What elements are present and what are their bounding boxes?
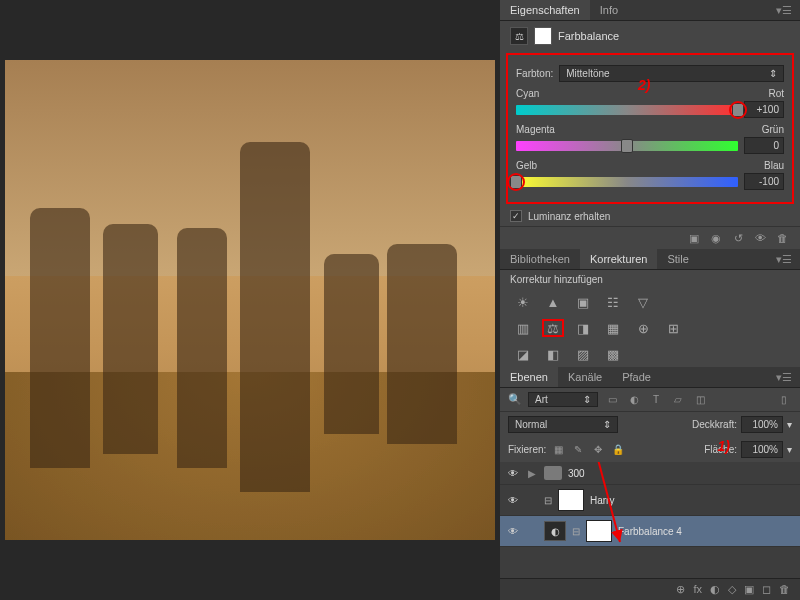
preserve-luminosity-row[interactable]: ✓ Luminanz erhalten — [500, 206, 800, 226]
new-group-icon[interactable]: ▣ — [744, 583, 754, 596]
tab-info[interactable]: Info — [590, 0, 628, 20]
annotation-2: 2) — [638, 77, 650, 93]
tab-properties[interactable]: Eigenschaften — [500, 0, 590, 20]
layer-farbbalance4[interactable]: 👁 ◐ ⊟ Farbbalance 4 — [500, 516, 800, 547]
balance-icon: ⚖ — [510, 27, 528, 45]
lock-pixels-icon[interactable]: ✎ — [570, 443, 586, 457]
opacity-flyout-icon[interactable]: ▾ — [787, 419, 792, 430]
layer-list[interactable]: 1) 👁 ▶ 300 👁 ⊟ Harry 👁 ◐ ⊟ Farbbalance 4 — [500, 462, 800, 578]
invert-icon[interactable]: ◪ — [512, 345, 534, 363]
panel-menu-icon[interactable]: ▾☰ — [768, 369, 800, 386]
search-icon[interactable]: 🔍 — [508, 393, 522, 406]
layer-name[interactable]: Farbbalance 4 — [618, 526, 682, 537]
opacity-value[interactable]: 100% — [741, 416, 783, 433]
tone-dropdown[interactable]: Mitteltöne⇕ — [559, 65, 784, 82]
vibrance-icon[interactable]: ▽ — [632, 293, 654, 311]
reset-icon[interactable]: ↺ — [730, 231, 746, 245]
filter-pixel-icon[interactable]: ▭ — [604, 393, 620, 407]
visibility-icon[interactable]: 👁 — [752, 231, 768, 245]
opacity-label: Deckkraft: — [692, 419, 737, 430]
slider-magenta-green: Magenta Grün 0 — [516, 124, 784, 154]
mask-icon[interactable]: ◐ — [710, 583, 720, 596]
filter-type-icon[interactable]: T — [648, 393, 664, 407]
document-image[interactable] — [5, 60, 495, 540]
value-mg[interactable]: 0 — [744, 137, 784, 154]
new-adjustment-icon[interactable]: ◇ — [728, 583, 736, 596]
color-lookup-icon[interactable]: ⊞ — [662, 319, 684, 337]
link-icon[interactable]: ⊟ — [544, 495, 552, 506]
slider-track-mg[interactable] — [516, 141, 738, 151]
trash-icon[interactable]: 🗑 — [774, 231, 790, 245]
channel-mixer-icon[interactable]: ⊕ — [632, 319, 654, 337]
slider-track-cr[interactable] — [516, 105, 738, 115]
link-layers-icon[interactable]: ⊕ — [676, 583, 685, 596]
view-prev-icon[interactable]: ◉ — [708, 231, 724, 245]
filter-shape-icon[interactable]: ▱ — [670, 393, 686, 407]
threshold-icon[interactable]: ▨ — [572, 345, 594, 363]
posterize-icon[interactable]: ◧ — [542, 345, 564, 363]
delete-layer-icon[interactable]: 🗑 — [779, 583, 790, 596]
visibility-icon[interactable]: 👁 — [508, 526, 522, 537]
filter-type-dropdown[interactable]: Art⇕ — [528, 392, 598, 407]
lock-label: Fixieren: — [508, 444, 546, 455]
color-balance-icon[interactable]: ⚖ — [542, 319, 564, 337]
brightness-icon[interactable]: ☀ — [512, 293, 534, 311]
checkbox-icon[interactable]: ✓ — [510, 210, 522, 222]
tab-channels[interactable]: Kanäle — [558, 367, 612, 387]
layer-harry[interactable]: 👁 ⊟ Harry — [500, 485, 800, 516]
label-magenta: Magenta — [516, 124, 555, 135]
tab-styles[interactable]: Stile — [657, 249, 698, 269]
photo-filter-icon[interactable]: ▦ — [602, 319, 624, 337]
lock-all-icon[interactable]: 🔒 — [610, 443, 626, 457]
layers-bottom-strip: ⊕ fx ◐ ◇ ▣ ◻ 🗑 — [500, 578, 800, 600]
tab-layers[interactable]: Ebenen — [500, 367, 558, 387]
canvas-area[interactable] — [0, 0, 500, 600]
panel-menu-icon[interactable]: ▾☰ — [768, 2, 800, 19]
filter-toggle-icon[interactable]: ▯ — [776, 393, 792, 407]
panel-menu-icon[interactable]: ▾☰ — [768, 251, 800, 268]
collapse-icon[interactable]: ▶ — [528, 468, 538, 479]
new-layer-icon[interactable]: ◻ — [762, 583, 771, 596]
fill-flyout-icon[interactable]: ▾ — [787, 444, 792, 455]
slider-thumb-mg[interactable] — [621, 139, 633, 153]
filter-smart-icon[interactable]: ◫ — [692, 393, 708, 407]
properties-footer-icons: ▣ ◉ ↺ 👁 🗑 — [500, 226, 800, 249]
hue-sat-icon[interactable]: ▥ — [512, 319, 534, 337]
adjustment-header: ⚖ Farbbalance — [500, 21, 800, 51]
properties-tabbar: Eigenschaften Info ▾☰ — [500, 0, 800, 21]
lock-position-icon[interactable]: ✥ — [590, 443, 606, 457]
layer-group-300[interactable]: 👁 ▶ 300 — [500, 462, 800, 485]
label-green: Grün — [762, 124, 784, 135]
filter-adjust-icon[interactable]: ◐ — [626, 393, 642, 407]
value-cr[interactable]: +100 — [744, 101, 784, 118]
mask-thumb[interactable] — [534, 27, 552, 45]
layer-name[interactable]: Harry — [590, 495, 614, 506]
visibility-icon[interactable]: 👁 — [508, 468, 522, 479]
tab-adjustments[interactable]: Korrekturen — [580, 249, 657, 269]
layer-mask-thumb[interactable] — [586, 520, 612, 542]
lock-transparency-icon[interactable]: ▦ — [550, 443, 566, 457]
adjustment-icons-row3: ◪ ◧ ▨ ▩ — [500, 341, 800, 367]
tab-paths[interactable]: Pfade — [612, 367, 661, 387]
label-red: Rot — [768, 88, 784, 99]
value-yb[interactable]: -100 — [744, 173, 784, 190]
bw-icon[interactable]: ◨ — [572, 319, 594, 337]
slider-track-yb[interactable] — [516, 177, 738, 187]
tab-libraries[interactable]: Bibliotheken — [500, 249, 580, 269]
layer-name[interactable]: 300 — [568, 468, 585, 479]
gradient-map-icon[interactable]: ▩ — [602, 345, 624, 363]
adjustment-thumb[interactable]: ◐ — [544, 521, 566, 541]
visibility-icon[interactable]: 👁 — [508, 495, 522, 506]
levels-icon[interactable]: ▲ — [542, 293, 564, 311]
curves-icon[interactable]: ▣ — [572, 293, 594, 311]
folder-icon — [544, 466, 562, 480]
link-icon[interactable]: ⊟ — [572, 526, 580, 537]
blend-mode-dropdown[interactable]: Normal⇕ — [508, 416, 618, 433]
exposure-icon[interactable]: ☷ — [602, 293, 624, 311]
fx-icon[interactable]: fx — [693, 583, 702, 596]
clip-icon[interactable]: ▣ — [686, 231, 702, 245]
fill-value[interactable]: 100% — [741, 441, 783, 458]
slider-thumb-cr[interactable] — [732, 103, 744, 117]
slider-thumb-yb[interactable] — [510, 175, 522, 189]
layer-mask-thumb[interactable] — [558, 489, 584, 511]
